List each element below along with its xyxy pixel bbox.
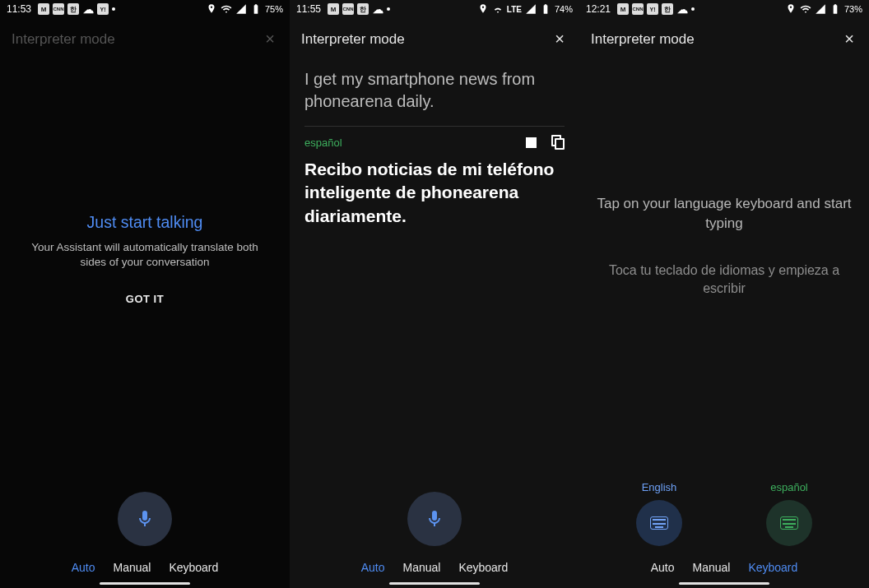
cnn-icon: CNN bbox=[53, 3, 64, 15]
tab-keyboard[interactable]: Keyboard bbox=[458, 561, 508, 574]
more-notifications-icon bbox=[112, 7, 115, 11]
mic-button[interactable] bbox=[407, 492, 462, 546]
battery-icon bbox=[540, 3, 551, 15]
battery-text: 74% bbox=[555, 4, 573, 14]
wifi-icon bbox=[800, 3, 811, 15]
status-bar: 12:21 M CNN Y! 한 ☁ 73% bbox=[579, 0, 869, 18]
signal-icon bbox=[525, 3, 537, 15]
more-notifications-icon bbox=[691, 7, 695, 11]
battery-text: 75% bbox=[265, 4, 283, 14]
keyboard-english-label: English bbox=[642, 481, 677, 493]
tab-keyboard[interactable]: Keyboard bbox=[748, 561, 797, 574]
more-notifications-icon bbox=[387, 7, 390, 11]
nav-handle[interactable] bbox=[100, 582, 190, 585]
page-title: Interpreter mode bbox=[301, 31, 405, 48]
location-icon bbox=[785, 3, 797, 15]
yahoo-icon: Y! bbox=[647, 3, 658, 15]
mic-icon bbox=[135, 509, 155, 529]
tab-manual[interactable]: Manual bbox=[113, 561, 151, 574]
cloud-icon: ☁ bbox=[372, 3, 383, 15]
cloud-icon: ☁ bbox=[676, 3, 688, 15]
close-icon[interactable]: × bbox=[551, 26, 568, 52]
close-icon[interactable]: × bbox=[841, 26, 857, 52]
keyboard-icon bbox=[650, 516, 668, 530]
close-icon[interactable]: × bbox=[262, 26, 278, 52]
status-time: 12:21 bbox=[586, 3, 611, 15]
wifi-icon bbox=[221, 3, 232, 15]
tab-auto[interactable]: Auto bbox=[72, 561, 95, 574]
signal-icon bbox=[815, 3, 826, 15]
mic-icon bbox=[425, 509, 444, 529]
tab-manual[interactable]: Manual bbox=[692, 561, 730, 574]
cnn-icon: CNN bbox=[632, 3, 644, 15]
status-time: 11:53 bbox=[7, 3, 31, 15]
intro-title: Just start talking bbox=[17, 212, 272, 231]
got-it-button[interactable]: GOT IT bbox=[17, 293, 272, 305]
mode-tabs: Auto Manual Keyboard bbox=[0, 553, 290, 579]
header: Interpreter mode × bbox=[0, 18, 290, 63]
keyboard-spanish-label: español bbox=[770, 481, 808, 493]
tab-manual[interactable]: Manual bbox=[402, 561, 440, 574]
target-language-label: español bbox=[304, 137, 342, 149]
lang-icon: 한 bbox=[67, 3, 79, 15]
gmail-icon: M bbox=[617, 3, 629, 15]
yahoo-icon: Y! bbox=[97, 3, 109, 15]
location-icon bbox=[206, 3, 217, 15]
copy-icon[interactable] bbox=[551, 135, 565, 150]
tab-auto[interactable]: Auto bbox=[651, 561, 675, 574]
battery-icon bbox=[830, 3, 841, 15]
hint-spanish: Toca tu teclado de idiomas y empieza a e… bbox=[597, 262, 852, 299]
stop-icon[interactable] bbox=[526, 137, 537, 148]
cnn-icon: CNN bbox=[342, 3, 354, 15]
keyboard-icon bbox=[780, 516, 798, 530]
page-title: Interpreter mode bbox=[591, 31, 695, 48]
battery-text: 73% bbox=[844, 4, 862, 14]
keyboard-spanish-button[interactable] bbox=[766, 500, 812, 546]
mic-button[interactable] bbox=[118, 492, 172, 546]
lang-icon: 한 bbox=[357, 3, 369, 15]
cloud-icon: ☁ bbox=[82, 3, 94, 15]
status-bar: 11:55 M CNN 한 ☁ LTE 74% bbox=[290, 0, 579, 18]
source-text: I get my smartphone news from phonearena… bbox=[304, 68, 565, 113]
network-lte: LTE bbox=[507, 5, 522, 14]
signal-icon bbox=[235, 3, 247, 15]
status-time: 11:55 bbox=[296, 3, 321, 15]
location-icon bbox=[477, 3, 489, 15]
intro-modal: Just start talking Your Assistant will a… bbox=[17, 212, 272, 304]
battery-icon bbox=[250, 3, 262, 15]
header: Interpreter mode × bbox=[579, 18, 869, 63]
lang-icon: 한 bbox=[662, 3, 673, 15]
gmail-icon: M bbox=[38, 3, 49, 15]
nav-handle[interactable] bbox=[389, 582, 480, 585]
tab-keyboard[interactable]: Keyboard bbox=[169, 561, 218, 574]
target-text: Recibo noticias de mi teléfono inteligen… bbox=[304, 158, 565, 228]
tab-auto[interactable]: Auto bbox=[361, 561, 385, 574]
header: Interpreter mode × bbox=[290, 18, 579, 63]
mode-tabs: Auto Manual Keyboard bbox=[579, 553, 869, 579]
mode-tabs: Auto Manual Keyboard bbox=[290, 553, 579, 579]
hint-english: Tap on your language keyboard and start … bbox=[597, 194, 852, 234]
keyboard-english-button[interactable] bbox=[636, 500, 682, 546]
nav-handle[interactable] bbox=[679, 582, 769, 585]
section-divider bbox=[304, 126, 565, 127]
keyboard-hint: Tap on your language keyboard and start … bbox=[597, 194, 852, 298]
intro-subtitle: Your Assistant will automatically transl… bbox=[17, 239, 272, 269]
gmail-icon: M bbox=[328, 3, 339, 15]
status-bar: 11:53 M CNN 한 ☁ Y! 75% bbox=[0, 0, 290, 18]
page-title: Interpreter mode bbox=[12, 31, 115, 48]
wifi-icon bbox=[492, 3, 504, 15]
